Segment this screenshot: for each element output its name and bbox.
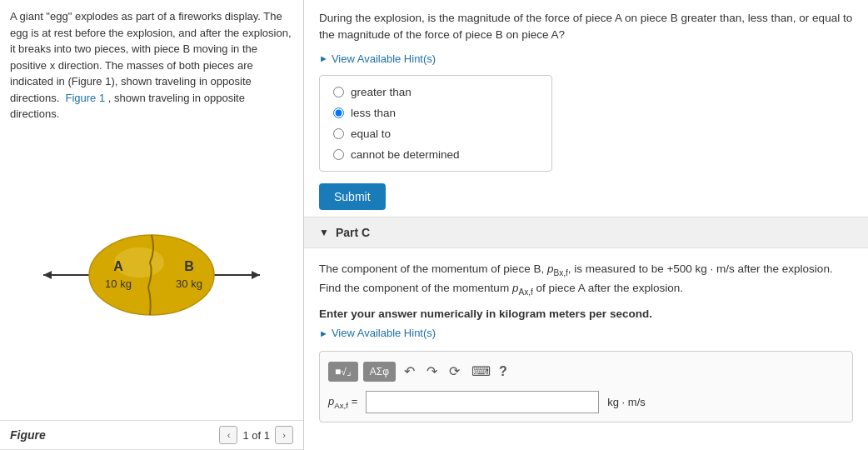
part-c-body: The component of the momentum of piece B… bbox=[304, 248, 868, 435]
undo-icon: ↶ bbox=[404, 364, 415, 378]
option-cannot-determined-radio[interactable] bbox=[333, 149, 344, 160]
figure-link[interactable]: Figure 1 bbox=[65, 92, 105, 104]
figure-nav-text: 1 of 1 bbox=[242, 429, 270, 442]
figure-area: A 10 kg B 30 kg bbox=[0, 131, 303, 421]
part-b-question: During the explosion, is the magnitude o… bbox=[319, 10, 853, 44]
answer-input[interactable] bbox=[366, 391, 599, 413]
option-equal-to-radio[interactable] bbox=[333, 128, 344, 139]
option-greater-than-label: greater than bbox=[351, 86, 412, 98]
part-c-hint-arrow-icon: ► bbox=[319, 328, 328, 338]
figure-bar: Figure ‹ 1 of 1 › bbox=[0, 420, 303, 450]
piece-b-mass: 30 kg bbox=[176, 278, 202, 290]
answer-unit: kg · m/s bbox=[607, 396, 646, 408]
part-c-instruction: Enter your answer numerically in kilogra… bbox=[319, 308, 853, 320]
piece-a-label: A bbox=[113, 259, 123, 273]
option-equal-to-label: equal to bbox=[351, 128, 391, 140]
keyboard-icon: ⌨ bbox=[471, 364, 491, 378]
figure-nav: ‹ 1 of 1 › bbox=[219, 426, 293, 444]
math-radical-icon: ■√⌟ bbox=[335, 366, 352, 378]
part-c-hint-link[interactable]: ► View Available Hint(s) bbox=[319, 327, 853, 339]
help-icon: ? bbox=[499, 364, 507, 378]
part-c-title: Part C bbox=[336, 226, 370, 239]
refresh-button[interactable]: ⟳ bbox=[446, 360, 463, 382]
option-row-greater: greater than bbox=[333, 86, 538, 98]
part-c-header: ▼ Part C bbox=[304, 217, 868, 248]
right-panel: During the explosion, is the magnitude o… bbox=[304, 0, 868, 450]
collapse-arrow-icon: ▼ bbox=[319, 227, 329, 238]
part-c-description: The component of the momentum of piece B… bbox=[319, 260, 853, 300]
svg-marker-3 bbox=[252, 271, 260, 279]
option-row-equal: equal to bbox=[333, 128, 538, 140]
refresh-icon: ⟳ bbox=[449, 364, 460, 378]
help-button[interactable]: ? bbox=[499, 364, 507, 379]
option-cannot-determined-label: cannot be determined bbox=[351, 148, 460, 161]
keyboard-button[interactable]: ⌨ bbox=[468, 360, 494, 382]
part-b-hint-link[interactable]: ► View Available Hint(s) bbox=[319, 52, 853, 65]
redo-icon: ↷ bbox=[427, 364, 437, 378]
submit-button[interactable]: Submit bbox=[319, 183, 386, 210]
options-box: greater than less than equal to cannot b… bbox=[319, 75, 552, 172]
figure-svg: A 10 kg B 30 kg bbox=[35, 225, 268, 325]
redo-button[interactable]: ↷ bbox=[423, 360, 441, 382]
option-less-than-radio[interactable] bbox=[333, 108, 344, 118]
problem-description: A giant "egg" explodes as part of a fire… bbox=[10, 10, 292, 104]
figure-prev-button[interactable]: ‹ bbox=[219, 426, 237, 444]
hint-arrow-icon: ► bbox=[319, 53, 328, 63]
svg-marker-1 bbox=[43, 271, 52, 279]
part-c-hint-label: View Available Hint(s) bbox=[332, 327, 436, 339]
option-greater-than-radio[interactable] bbox=[333, 87, 344, 98]
option-row-less: less than bbox=[333, 107, 538, 119]
part-b-hint-label: View Available Hint(s) bbox=[332, 52, 436, 65]
option-less-than-label: less than bbox=[351, 107, 396, 119]
answer-row: pAx,f = kg · m/s bbox=[328, 391, 844, 413]
left-panel: A giant "egg" explodes as part of a fire… bbox=[0, 0, 304, 450]
math-asf-button[interactable]: AΣφ bbox=[363, 362, 396, 382]
math-radical-button[interactable]: ■√⌟ bbox=[328, 362, 358, 382]
piece-b-label: B bbox=[184, 259, 194, 273]
piece-a-mass: 10 kg bbox=[105, 278, 132, 290]
math-toolbar: ■√⌟ AΣφ ↶ ↷ ⟳ ⌨ ? bbox=[328, 360, 844, 382]
figure-label: Figure bbox=[10, 428, 46, 442]
option-row-cannot: cannot be determined bbox=[333, 148, 538, 161]
part-b-section: During the explosion, is the magnitude o… bbox=[304, 0, 868, 217]
undo-button[interactable]: ↶ bbox=[401, 360, 418, 382]
figure-next-button[interactable]: › bbox=[275, 426, 293, 444]
math-input-area: ■√⌟ AΣφ ↶ ↷ ⟳ ⌨ ? bbox=[319, 351, 853, 422]
problem-text: A giant "egg" explodes as part of a fire… bbox=[0, 0, 303, 131]
answer-label: pAx,f = bbox=[328, 395, 357, 410]
math-asf-label: AΣφ bbox=[370, 366, 389, 378]
